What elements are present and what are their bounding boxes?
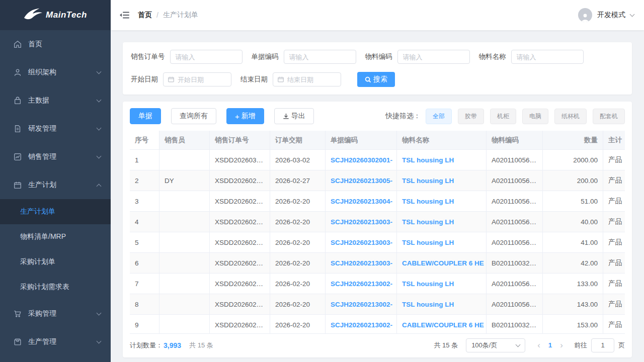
- chevron-up-icon: [97, 184, 102, 189]
- prev-page-button[interactable]: ‹: [532, 341, 545, 349]
- sidebar-item-organization[interactable]: 组织架构: [0, 58, 111, 86]
- export-button[interactable]: 导出: [274, 108, 314, 124]
- doc-code-link[interactable]: SCJH20260302001-: [331, 156, 392, 164]
- download-icon: [283, 113, 289, 120]
- data-table: 序号 销售员 销售订单号 订单交期 单据编码 物料名称 物料编码 数量 主计 1: [130, 131, 625, 333]
- material-name-link[interactable]: TSL housing LH: [402, 301, 454, 308]
- doc-code-link[interactable]: SCJH20260213003-: [331, 218, 392, 226]
- doc-code-link[interactable]: SCJH20260213002-: [331, 280, 392, 288]
- doc-code-link[interactable]: SCJH20260213002-: [331, 301, 392, 308]
- col-material-code: 物料编码: [487, 131, 543, 150]
- table-toolbar: 单据 查询所有 +新增 导出 快捷筛选： 全部胶带机柜电脑纸杯机配套机: [130, 108, 625, 124]
- material-name-link[interactable]: CABLEW/COUPLER 6 HE: [402, 321, 484, 329]
- doc-code-link[interactable]: SCJH20260213003-: [331, 259, 392, 267]
- sales-order-label: 销售订单号: [131, 52, 165, 61]
- sidebar-item-rd-management[interactable]: 研发管理: [0, 115, 111, 143]
- start-date-picker[interactable]: [163, 72, 231, 86]
- avatar: [578, 8, 592, 22]
- cell-plan-type: 产品: [603, 150, 625, 170]
- add-button[interactable]: +新增: [226, 108, 264, 124]
- sidebar-subitem[interactable]: 物料清单/MRP: [0, 224, 111, 249]
- sidebar-item-production-plan[interactable]: 生产计划: [0, 171, 111, 199]
- chevron-down-icon: [516, 342, 521, 347]
- end-date-picker[interactable]: [273, 72, 341, 86]
- quick-filter-pill[interactable]: 全部: [426, 109, 452, 124]
- filter-start-date: 开始日期: [131, 72, 231, 86]
- query-all-button[interactable]: 查询所有: [171, 108, 216, 124]
- sales-order-input[interactable]: [170, 50, 243, 64]
- sidebar-subitem[interactable]: 采购计划需求表: [0, 275, 111, 300]
- goto-page-input[interactable]: [591, 338, 614, 352]
- table-header-row: 序号 销售员 销售订单号 订单交期 单据编码 物料名称 物料编码 数量 主计: [130, 131, 625, 150]
- cell-quantity: 200.00: [543, 170, 603, 191]
- material-name-link[interactable]: TSL housing LH: [402, 239, 454, 246]
- quick-filter-pill[interactable]: 机柜: [490, 109, 516, 124]
- sidebar-item-home[interactable]: 首页: [0, 30, 111, 58]
- material-name-link[interactable]: TSL housing LH: [402, 280, 454, 288]
- page-size-select[interactable]: 100条/页: [466, 338, 525, 352]
- sidebar-item-master-data[interactable]: 主数据: [0, 86, 111, 115]
- quick-filter-pill[interactable]: 电脑: [522, 109, 548, 124]
- col-seller: 销售员: [159, 131, 210, 150]
- material-name-link[interactable]: CABLEW/COUPLER 6 HE: [402, 259, 484, 267]
- goto-suffix: 页: [618, 341, 625, 350]
- doc-code-link[interactable]: SCJH20260213004-: [331, 198, 392, 205]
- box-icon: [13, 337, 22, 346]
- cell-order-date: 2026-02-20: [270, 274, 326, 294]
- sidebar-item-label: 主数据: [28, 96, 49, 105]
- cell-quantity: 51.00: [543, 191, 603, 212]
- material-code-input[interactable]: [397, 50, 470, 64]
- col-quantity: 数量: [543, 131, 603, 150]
- doc-code-link[interactable]: SCJH20260213002-: [331, 321, 392, 329]
- start-date-input[interactable]: [178, 76, 227, 83]
- doc-code-input[interactable]: [284, 50, 356, 64]
- cell-quantity: 133.00: [543, 274, 603, 294]
- doc-button[interactable]: 单据: [130, 108, 161, 124]
- material-name-link[interactable]: TSL housing LH: [402, 156, 454, 164]
- doc-code-link[interactable]: SCJH20260213003-: [331, 239, 392, 246]
- user-menu[interactable]: 开发模式: [578, 8, 634, 22]
- doc-code-link[interactable]: SCJH20260213005-: [331, 177, 392, 185]
- material-name-link[interactable]: TSL housing LH: [402, 198, 454, 205]
- document-icon: [13, 124, 22, 133]
- sidebar-fold-icon[interactable]: [119, 10, 130, 21]
- cell-index: 7: [130, 274, 159, 294]
- end-date-input[interactable]: [287, 76, 337, 83]
- sidebar-item-sales-management[interactable]: 销售管理: [0, 143, 111, 171]
- breadcrumb-current: 生产计划单: [163, 11, 198, 20]
- material-name-label: 物料名称: [479, 52, 506, 61]
- next-page-button[interactable]: ›: [555, 341, 568, 349]
- cell-order-date: 2026-02-20: [270, 232, 326, 253]
- breadcrumb-home[interactable]: 首页: [138, 11, 152, 20]
- add-button-label: 新增: [242, 112, 256, 121]
- cell-material-code: B020110032…: [487, 253, 543, 274]
- material-name-link[interactable]: TSL housing LH: [402, 218, 454, 226]
- calendar-icon: [277, 76, 284, 83]
- current-page[interactable]: 1: [545, 341, 555, 349]
- sidebar-item-production-management[interactable]: 生产管理: [0, 328, 111, 356]
- col-index: 序号: [130, 131, 159, 150]
- cell-seller: [159, 315, 210, 333]
- table-row: 6 XSDD202602… 2026-02-20 SCJH20260213003…: [130, 253, 625, 274]
- quick-filter-pill[interactable]: 配套机: [593, 109, 625, 124]
- sidebar-subitem[interactable]: 生产计划单: [0, 199, 111, 224]
- cell-plan-type: 产品: [603, 294, 625, 315]
- sidebar-item-label: 首页: [28, 40, 42, 49]
- sidebar-subitem[interactable]: 采购计划单: [0, 249, 111, 275]
- col-doc-code: 单据编码: [326, 131, 397, 150]
- filter-sales-order: 销售订单号: [131, 50, 243, 64]
- cell-index: 3: [130, 191, 159, 212]
- page-size-value: 100条/页: [471, 341, 497, 350]
- cell-quantity: 2000.00: [543, 150, 603, 170]
- sidebar-item-purchase-management[interactable]: 采购管理: [0, 300, 111, 328]
- material-name-input[interactable]: [511, 50, 584, 64]
- material-name-link[interactable]: TSL housing LH: [402, 177, 454, 185]
- search-button[interactable]: 搜索: [357, 72, 395, 87]
- table-panel: 单据 查询所有 +新增 导出 快捷筛选： 全部胶带机柜电脑纸杯机配套机: [123, 102, 632, 357]
- breadcrumb-separator: /: [156, 11, 158, 19]
- quick-filter-pill[interactable]: 胶带: [458, 109, 484, 124]
- logo-swoosh-icon: [24, 8, 43, 23]
- quick-filter-pill[interactable]: 纸杯机: [554, 109, 587, 124]
- cell-order-date: 2026-02-20: [270, 294, 326, 315]
- plan-qty-value: 3,993: [164, 341, 181, 349]
